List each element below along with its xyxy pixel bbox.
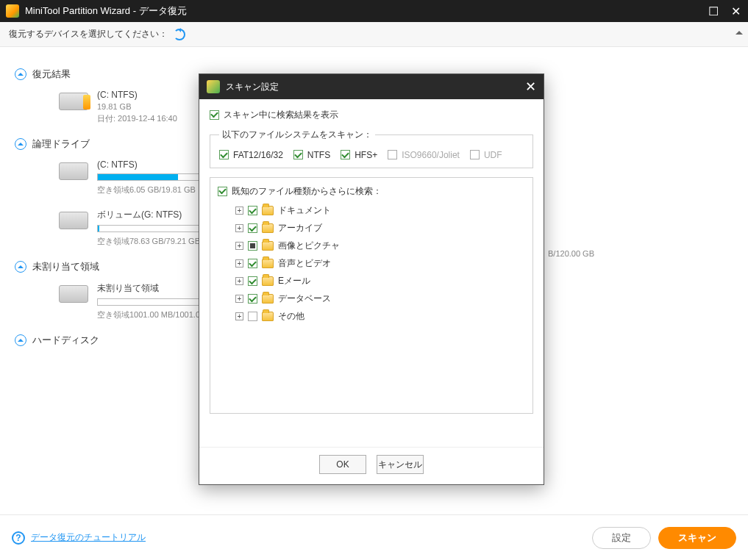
settings-button[interactable]: 設定 bbox=[592, 527, 651, 549]
checkbox-icon[interactable] bbox=[248, 206, 257, 215]
maximize-icon[interactable]: ☐ bbox=[707, 4, 720, 18]
tree-item-other[interactable]: + その他 bbox=[225, 308, 525, 326]
checkbox-label: NTFS bbox=[307, 150, 330, 160]
refresh-icon[interactable] bbox=[174, 29, 185, 40]
tree-item-label: 画像とピクチャ bbox=[278, 240, 340, 252]
app-icon bbox=[6, 4, 19, 18]
tree-item-label: 音声とビデオ bbox=[278, 257, 331, 270]
checkbox-label: UDF bbox=[484, 150, 502, 160]
expand-icon[interactable]: + bbox=[235, 259, 243, 268]
filetype-root[interactable]: 既知のファイル種類からさらに検索： bbox=[218, 185, 525, 198]
folder-icon bbox=[262, 312, 274, 321]
close-icon[interactable]: ✕ bbox=[729, 4, 742, 18]
chevron-up-icon[interactable] bbox=[15, 261, 26, 273]
title-bar: MiniTool Partition Wizard - データ復元 ☐ ✕ bbox=[0, 0, 748, 22]
checkbox-icon bbox=[219, 150, 229, 159]
folder-icon bbox=[262, 241, 274, 251]
usage-bar bbox=[97, 173, 215, 181]
checkbox-icon[interactable] bbox=[248, 223, 257, 233]
tree-item-label: Eメール bbox=[278, 275, 310, 287]
drive-icon bbox=[59, 93, 88, 110]
checkbox-label: スキャン中に検索結果を表示 bbox=[224, 109, 338, 121]
checkbox-icon bbox=[341, 150, 350, 159]
fs-udf-checkbox[interactable]: UDF bbox=[470, 150, 502, 160]
usage-bar bbox=[97, 225, 215, 232]
dialog-title: スキャン設定 bbox=[226, 81, 279, 93]
checkbox-icon[interactable] bbox=[248, 241, 257, 251]
checkbox-icon bbox=[293, 150, 303, 159]
dialog-footer: OK キャンセル bbox=[199, 447, 544, 484]
drive-sub: 空き領域6.05 GB/19.81 GB bbox=[97, 184, 215, 195]
checkbox-icon[interactable] bbox=[248, 276, 257, 286]
tree-item-email[interactable]: + Eメール bbox=[225, 273, 525, 290]
expand-icon[interactable]: + bbox=[235, 277, 243, 285]
drive-size: 19.81 GB bbox=[97, 102, 177, 111]
dialog-body: スキャン中に検索結果を表示 以下のファイルシステムをスキャン： FAT12/16… bbox=[199, 99, 544, 447]
fs-hfs-checkbox[interactable]: HFS+ bbox=[341, 150, 377, 160]
tree-item-documents[interactable]: + ドキュメント bbox=[225, 202, 525, 220]
checkbox-icon bbox=[210, 110, 219, 120]
checkbox-icon bbox=[388, 150, 397, 159]
window-controls: ☐ ✕ bbox=[707, 4, 742, 18]
fs-fat-checkbox[interactable]: FAT12/16/32 bbox=[219, 150, 283, 160]
tree-item-label: その他 bbox=[278, 310, 304, 323]
folder-icon bbox=[262, 259, 274, 268]
help-icon[interactable]: ? bbox=[12, 531, 25, 545]
expand-icon[interactable]: + bbox=[235, 295, 243, 303]
drive-sub: 空き領域78.63 GB/79.21 GB bbox=[97, 236, 215, 247]
scan-button[interactable]: スキャン bbox=[658, 527, 736, 549]
chevron-up-icon[interactable] bbox=[15, 138, 26, 150]
expand-icon[interactable]: + bbox=[235, 242, 243, 250]
checkbox-icon[interactable] bbox=[248, 312, 257, 321]
chevron-up-icon[interactable] bbox=[15, 68, 26, 80]
section-label: 未割り当て領域 bbox=[32, 260, 99, 273]
filesystem-legend: 以下のファイルシステムをスキャン： bbox=[219, 129, 375, 141]
toolbar: 復元するデバイスを選択してください： bbox=[0, 22, 748, 47]
tree-item-database[interactable]: + データベース bbox=[225, 290, 525, 308]
checkbox-icon[interactable] bbox=[218, 187, 227, 196]
drive-title: (C: NTFS) bbox=[97, 159, 215, 170]
chevron-up-icon[interactable] bbox=[15, 334, 26, 346]
section-label: ハードディスク bbox=[32, 334, 99, 347]
drive-title: (C: NTFS) bbox=[97, 90, 177, 100]
tutorial-link[interactable]: データ復元のチュートリアル bbox=[31, 531, 146, 544]
checkbox-label: ISO9660/Joliet bbox=[402, 150, 460, 160]
close-icon[interactable]: ✕ bbox=[525, 79, 536, 95]
checkbox-icon bbox=[470, 150, 480, 159]
folder-icon bbox=[262, 223, 274, 233]
checkbox-label: HFS+ bbox=[355, 150, 377, 160]
drive-date: 日付: 2019-12-4 16:40 bbox=[97, 113, 177, 124]
ok-button[interactable]: OK bbox=[319, 455, 366, 474]
drive-icon bbox=[59, 212, 88, 229]
filetype-tree: 既知のファイル種類からさらに検索： + ドキュメント + アーカイブ + bbox=[210, 177, 533, 414]
bottom-bar: ? データ復元のチュートリアル 設定 スキャン bbox=[0, 514, 748, 560]
drive-sub: 空き領域1001.00 MB/1001.00. bbox=[97, 309, 215, 320]
filesystem-fieldset: 以下のファイルシステムをスキャン： FAT12/16/32 NTFS HFS+ … bbox=[210, 129, 533, 168]
section-label: 復元結果 bbox=[32, 68, 71, 81]
tree-item-images[interactable]: + 画像とピクチャ bbox=[225, 237, 525, 255]
folder-icon bbox=[262, 294, 274, 304]
expand-icon[interactable]: + bbox=[235, 224, 243, 232]
cancel-button[interactable]: キャンセル bbox=[377, 455, 424, 474]
checkbox-icon[interactable] bbox=[248, 294, 257, 304]
select-device-prompt: 復元するデバイスを選択してください： bbox=[9, 28, 168, 40]
app-icon bbox=[207, 80, 220, 93]
drive-title: 未割り当て領域 bbox=[97, 282, 215, 295]
scroll-up-icon[interactable] bbox=[735, 28, 744, 37]
show-results-checkbox[interactable]: スキャン中に検索結果を表示 bbox=[210, 109, 338, 121]
fs-iso-checkbox[interactable]: ISO9660/Joliet bbox=[388, 150, 460, 160]
checkbox-icon[interactable] bbox=[248, 259, 257, 268]
drive-icon bbox=[59, 162, 88, 180]
folder-icon bbox=[262, 276, 274, 286]
expand-icon[interactable]: + bbox=[235, 312, 243, 320]
tree-item-archives[interactable]: + アーカイブ bbox=[225, 220, 525, 237]
expand-icon[interactable]: + bbox=[235, 207, 243, 215]
window-title: MiniTool Partition Wizard - データ復元 bbox=[25, 4, 187, 18]
scan-settings-dialog: スキャン設定 ✕ スキャン中に検索結果を表示 以下のファイルシステムをスキャン：… bbox=[199, 73, 544, 485]
dialog-title-bar: スキャン設定 ✕ bbox=[199, 74, 544, 99]
tree-root-label: 既知のファイル種類からさらに検索： bbox=[232, 185, 382, 198]
fs-ntfs-checkbox[interactable]: NTFS bbox=[293, 150, 330, 160]
tree-item-audiovideo[interactable]: + 音声とビデオ bbox=[225, 255, 525, 273]
folder-icon bbox=[262, 206, 274, 215]
tree-item-label: データベース bbox=[278, 292, 331, 305]
